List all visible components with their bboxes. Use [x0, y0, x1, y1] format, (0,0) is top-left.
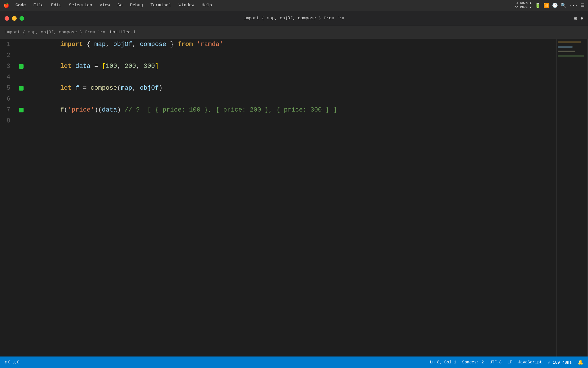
line-number-4: 4 — [0, 72, 17, 83]
errors-status[interactable]: ⊗ 0 △ 0 — [5, 360, 20, 365]
error-icon: ⊗ — [5, 360, 7, 365]
plain-7b: )( — [94, 106, 102, 114]
wifi-icon: 📶 — [543, 3, 549, 8]
language-mode[interactable]: JavaScript — [518, 360, 542, 365]
menu-bar-left: 🍎 Code File Edit Selection View Go Debug… — [3, 2, 213, 8]
var-data: data — [75, 63, 90, 70]
plain-comma2: , — [132, 41, 140, 48]
minimap — [556, 39, 588, 356]
keyword-from: from — [178, 41, 193, 48]
line-indicator-5 — [17, 86, 25, 91]
import-compose: compose — [140, 41, 166, 48]
plain-3d: , — [136, 63, 144, 70]
error-count: 0 — [8, 360, 10, 365]
menu-item-window[interactable]: Window — [177, 2, 195, 8]
tab-bar: import { map, objOf, compose } from 'ra … — [0, 26, 588, 39]
plain-5e: ) — [159, 85, 163, 92]
menu-item-code[interactable]: Code — [14, 2, 27, 8]
menu-bar-right: 4 KB/s ▲ 56 KB/s ▼ 🔋 📶 🕐 🔍 ··· ☰ — [514, 1, 585, 9]
breadcrumb-path: import { map, objOf, compose } from 'ra — [5, 30, 105, 35]
arg-map: map — [121, 85, 132, 92]
split-editor-icon[interactable]: ⊞ — [574, 15, 577, 22]
line-ending[interactable]: LF — [507, 360, 512, 365]
file-encoding[interactable]: UTF-8 — [490, 360, 502, 365]
menu-item-file[interactable]: File — [32, 2, 45, 8]
menu-item-selection[interactable]: Selection — [68, 2, 93, 8]
plain-comma1: , — [106, 41, 113, 48]
cursor-position[interactable]: Ln 8, Col 1 — [430, 360, 456, 365]
network-upload: 4 KB/s ▲ — [514, 1, 531, 5]
menu-item-help[interactable]: Help — [200, 2, 213, 8]
status-right: Ln 8, Col 1 Spaces: 2 UTF-8 LF JavaScrip… — [430, 359, 583, 365]
system-status-icons: 🔋 📶 🕐 🔍 ··· ☰ — [535, 3, 585, 8]
line-indicator-3 — [17, 64, 25, 69]
line-number-7: 7 — [0, 105, 17, 116]
mini-line-1 — [558, 41, 581, 43]
menu-item-go[interactable]: Go — [116, 2, 124, 8]
plain-text: { — [83, 41, 94, 48]
string-price: 'price' — [68, 106, 94, 114]
indentation[interactable]: Spaces: 2 — [462, 360, 484, 365]
var-data-call: data — [102, 106, 117, 114]
plain-3b: = — [90, 63, 102, 70]
debug-breakpoint-5[interactable] — [19, 86, 24, 91]
plain-5a — [71, 85, 75, 92]
import-objof: objOf — [113, 41, 132, 48]
menu-item-terminal[interactable]: Terminal — [149, 2, 172, 8]
line-number-5: 5 — [0, 83, 17, 94]
string-ramda: 'ramda' — [197, 41, 223, 48]
spotlight-icon: 🔍 — [561, 3, 566, 8]
line-number-8: 8 — [0, 116, 17, 126]
code-editor[interactable]: 1 import { map, objOf, compose } from 'r… — [0, 39, 556, 356]
maximize-button[interactable] — [20, 16, 24, 21]
plain-space — [193, 41, 197, 48]
plain-7a: ( — [64, 106, 68, 114]
code-line-1: 1 import { map, objOf, compose } from 'r… — [0, 39, 556, 50]
line-number-3: 3 — [0, 61, 17, 72]
menu-item-edit[interactable]: Edit — [50, 2, 63, 8]
minimap-content — [557, 39, 588, 62]
settings-dot-icon[interactable]: ● — [580, 16, 583, 21]
warning-count: 0 — [17, 360, 19, 365]
battery-icon: 🔋 — [535, 3, 541, 8]
plain-5d: , — [132, 85, 140, 92]
menu-item-view[interactable]: View — [98, 2, 111, 8]
apple-icon[interactable]: 🍎 — [3, 3, 9, 8]
menu-item-debug[interactable]: Debug — [129, 2, 144, 8]
mini-line-3 — [558, 46, 572, 48]
debug-breakpoint-7[interactable] — [19, 108, 24, 112]
menu-bar: 🍎 Code File Edit Selection View Go Debug… — [0, 0, 588, 11]
num-200: 200 — [125, 63, 136, 70]
plain-3a — [71, 63, 75, 70]
code-line-3: 3 let data = [100, 200, 300] — [0, 61, 556, 72]
keyword-let-5: let — [60, 85, 72, 92]
active-tab-label[interactable]: Untitled-1 — [110, 30, 136, 35]
code-line-5: 5 let f = compose(map, objOf) — [0, 83, 556, 94]
clock-icon: 🕐 — [552, 3, 558, 8]
network-info: 4 KB/s ▲ 56 KB/s ▼ — [514, 1, 531, 9]
more-icon: ··· — [569, 3, 578, 8]
debug-breakpoint-3[interactable] — [19, 64, 24, 69]
mini-line-7 — [558, 55, 584, 57]
import-map: map — [94, 41, 106, 48]
warning-icon: △ — [13, 360, 16, 365]
window-title: import { map, objOf, compose } from 'ra — [243, 16, 344, 21]
plain-close-brace: } — [166, 41, 178, 48]
line-number-6: 6 — [0, 94, 17, 105]
var-f: f — [75, 85, 79, 92]
close-button[interactable] — [5, 16, 9, 21]
minimize-button[interactable] — [12, 16, 17, 21]
network-download: 56 KB/s ▼ — [514, 5, 531, 9]
code-content-7: f('price')(data) // ? [ { price: 100 }, … — [25, 94, 556, 126]
bracket-close-3: ] — [155, 63, 159, 70]
notifications-icon[interactable]: 🔔 — [578, 359, 583, 365]
traffic-lights — [5, 16, 24, 21]
fn-f-call: f — [60, 106, 64, 114]
keyword-let-3: let — [60, 63, 72, 70]
num-300: 300 — [144, 63, 155, 70]
plain-5b: = — [79, 85, 91, 92]
status-left: ⊗ 0 △ 0 — [5, 360, 20, 365]
arg-objof: objOf — [140, 85, 159, 92]
title-bar: import { map, objOf, compose } from 'ra … — [0, 11, 588, 26]
comment-7: // ? [ { price: 100 }, { price: 200 }, {… — [125, 106, 337, 114]
